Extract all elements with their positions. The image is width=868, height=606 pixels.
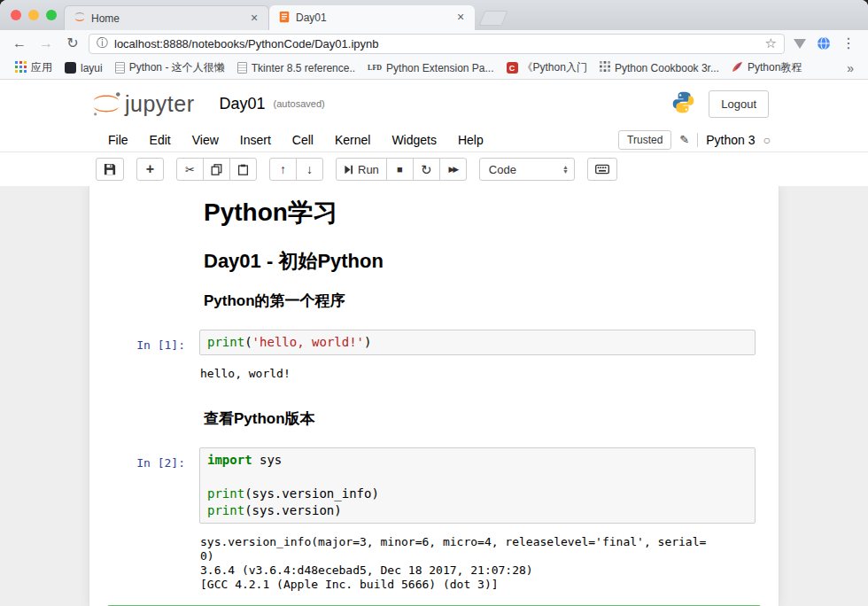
select-arrows-icon: ▲▼: [562, 165, 569, 174]
bookmark-label: 《Python入门: [523, 60, 587, 75]
plus-icon: +: [146, 162, 154, 176]
code-token: import: [207, 453, 252, 467]
browser-tab-day01[interactable]: Day01 ×: [269, 5, 475, 30]
forward-icon[interactable]: →: [35, 33, 57, 54]
window-zoom-button[interactable]: [46, 10, 57, 20]
apps-grid-icon: [15, 61, 27, 75]
menu-file[interactable]: File: [97, 129, 139, 151]
restart-kernel-button[interactable]: ↻: [413, 158, 440, 181]
run-cell-button[interactable]: Run: [336, 158, 387, 181]
menu-help[interactable]: Help: [447, 129, 494, 151]
extension-triangle-icon[interactable]: [794, 39, 806, 49]
bookmark-layui[interactable]: layui: [58, 57, 109, 79]
arrow-up-icon: ↑: [280, 163, 286, 175]
menu-widgets[interactable]: Widgets: [381, 129, 447, 151]
menu-view[interactable]: View: [182, 129, 229, 151]
code-token: print: [207, 335, 244, 349]
code-token: (: [244, 335, 252, 349]
move-cell-up-button[interactable]: ↑: [269, 158, 297, 181]
jupyter-logo[interactable]: jupyter: [90, 90, 195, 117]
notebook-title[interactable]: Day01: [220, 95, 266, 113]
code-editor-1[interactable]: print('hello, world!'): [199, 330, 756, 355]
jupyter-home-favicon: [74, 11, 86, 26]
code-token: 'hello, world!': [252, 335, 364, 349]
address-bar[interactable]: ⓘ localhost:8888/notebooks/PythonCode/Da…: [89, 34, 785, 54]
keyboard-icon: [595, 164, 609, 175]
code-cell-1[interactable]: In [1]: print('hello, world!'): [107, 324, 761, 361]
notebook-favicon: [278, 11, 291, 26]
prompt-spacer: [112, 195, 199, 234]
arrow-down-icon: ↓: [306, 163, 313, 175]
page-info-icon[interactable]: ⓘ: [97, 35, 108, 51]
bookmark-python-cookbook[interactable]: Python Cookbook 3r...: [593, 57, 725, 79]
menu-edit[interactable]: Edit: [139, 129, 182, 151]
cell-type-value: Code: [489, 163, 516, 176]
notebook-container: Python学习 Day01 - 初始Python Python的第一个程序 I…: [89, 186, 779, 606]
code-line: print(sys.version_info): [207, 486, 748, 502]
browser-titlebar: Home × Day01 ×: [0, 0, 868, 30]
bookmarks-bar: 应用 layui Python - 这个人很懒 Tkinter 8.5 refe…: [0, 57, 868, 80]
grid-favicon: [600, 61, 610, 74]
window-controls: [11, 10, 57, 20]
input-prompt: In [1]:: [112, 330, 199, 355]
trusted-button[interactable]: Trusted: [618, 130, 671, 150]
markdown-cell-h2[interactable]: Day01 - 初始Python: [107, 239, 761, 284]
menu-cell[interactable]: Cell: [282, 129, 324, 151]
restart-icon: ↻: [421, 163, 432, 176]
prompt-spacer: [112, 289, 199, 314]
back-icon[interactable]: ←: [9, 33, 30, 54]
output-prompt-spacer: [112, 361, 199, 388]
move-cell-down-button[interactable]: ↓: [296, 158, 323, 181]
code-line: print('hello, world!'): [207, 334, 748, 351]
markdown-cell-h1[interactable]: Python学习: [107, 190, 761, 239]
input-prompt: In [2]:: [112, 447, 199, 524]
code-token: sys: [252, 453, 283, 467]
tab-strip: Home × Day01 ×: [64, 0, 505, 30]
window-close-button[interactable]: [11, 10, 21, 20]
copy-cell-button[interactable]: [203, 158, 230, 181]
menu-kernel[interactable]: Kernel: [324, 129, 381, 151]
bookmark-python-intro[interactable]: C 《Python入门: [500, 57, 593, 79]
browser-menu-icon[interactable]: ⋮: [838, 33, 859, 54]
bookmark-star-icon[interactable]: ☆: [765, 35, 777, 51]
insert-cell-button[interactable]: +: [136, 158, 164, 181]
menu-insert[interactable]: Insert: [229, 129, 282, 151]
markdown-cell-h3-version[interactable]: 查看Python版本: [107, 389, 761, 437]
command-palette-button[interactable]: [587, 158, 617, 181]
bookmark-label: layui: [81, 62, 103, 74]
cut-cell-button[interactable]: ✂: [176, 158, 204, 181]
code-line: import sys: [207, 452, 748, 469]
autosave-status: (autosaved): [274, 98, 325, 109]
bookmark-apps[interactable]: 应用: [9, 57, 58, 79]
markdown-cell-h3-first-program[interactable]: Python的第一个程序: [107, 284, 761, 319]
cell-type-select[interactable]: Code ▲▼: [479, 158, 575, 181]
paste-cell-button[interactable]: [229, 158, 257, 181]
save-button[interactable]: [96, 158, 124, 181]
restart-run-all-button[interactable]: ▶▶: [439, 158, 467, 181]
window-minimize-button[interactable]: [28, 10, 39, 20]
kernel-name: Python 3: [706, 133, 755, 147]
code-editor-2[interactable]: import sys print(sys.version_info) print…: [199, 447, 756, 524]
divider: [697, 133, 698, 147]
bookmark-tkinter[interactable]: Tkinter 8.5 reference..: [231, 57, 361, 79]
code-line: [207, 469, 748, 486]
tab-close-icon[interactable]: ×: [247, 12, 261, 26]
interrupt-kernel-button[interactable]: ■: [386, 158, 414, 181]
prompt-spacer: [112, 245, 199, 278]
bookmarks-overflow-icon[interactable]: »: [841, 61, 859, 75]
bookmark-python-tutorial[interactable]: Python教程: [725, 57, 808, 79]
browser-tab-home[interactable]: Home ×: [64, 5, 269, 30]
reload-icon[interactable]: ↻: [62, 33, 83, 54]
extension-globe-icon[interactable]: [817, 36, 831, 50]
logout-button[interactable]: Logout: [709, 90, 769, 118]
code-cell-2[interactable]: In [2]: import sys print(sys.version_inf…: [107, 442, 761, 529]
prompt-spacer: [112, 407, 199, 431]
bookmark-python-blog[interactable]: Python - 这个人很懒: [109, 57, 231, 79]
tab-close-icon[interactable]: ×: [453, 11, 468, 25]
bookmark-python-extension[interactable]: LFD Python Extension Pa...: [361, 57, 500, 79]
fast-forward-icon: ▶▶: [448, 166, 457, 174]
code-token: ): [364, 335, 371, 349]
scissors-icon: ✂: [185, 164, 195, 175]
new-tab-button[interactable]: [479, 11, 508, 26]
url-text: localhost:8888/notebooks/PythonCode/Day0…: [114, 37, 759, 50]
